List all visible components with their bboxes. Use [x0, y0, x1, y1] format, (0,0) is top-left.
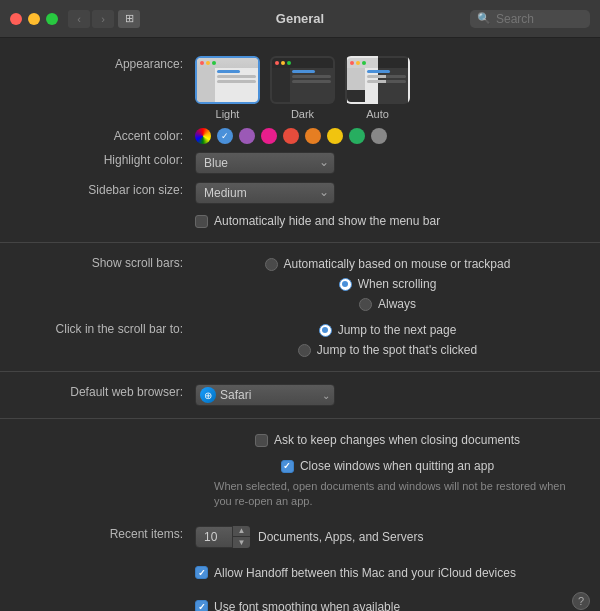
- menu-bar-checkbox-row: Automatically hide and show the menu bar: [195, 212, 440, 230]
- sidebar-icon-size-label: Sidebar icon size:: [0, 182, 195, 197]
- highlight-color-label: Highlight color:: [0, 152, 195, 167]
- accent-multicolor[interactable]: [195, 128, 211, 144]
- handoff-checkbox[interactable]: [195, 566, 208, 579]
- jump-page-label: Jump to the next page: [338, 323, 457, 337]
- titlebar: ‹ › ⊞ General 🔍: [0, 0, 600, 38]
- appearance-dark-label: Dark: [291, 108, 314, 120]
- content-area: Appearance: Light: [0, 38, 600, 611]
- accent-pink[interactable]: [261, 128, 277, 144]
- minimize-button[interactable]: [28, 13, 40, 25]
- accent-yellow[interactable]: [327, 128, 343, 144]
- browser-select-text: Safari: [220, 388, 322, 402]
- click-scroll-label: Click in the scroll bar to:: [0, 321, 195, 336]
- scroll-auto-label: Automatically based on mouse or trackpad: [284, 257, 511, 271]
- close-windows-checkbox[interactable]: [281, 460, 294, 473]
- recent-items-row: Recent items: ▲ ▼ Documents, Apps, and S…: [0, 522, 600, 552]
- forward-button[interactable]: ›: [92, 10, 114, 28]
- maximize-button[interactable]: [46, 13, 58, 25]
- handoff-label: Allow Handoff between this Mac and your …: [214, 566, 516, 580]
- accent-blue[interactable]: [217, 128, 233, 144]
- jump-spot-label: Jump to the spot that's clicked: [317, 343, 477, 357]
- recent-items-down[interactable]: ▼: [233, 537, 250, 548]
- appearance-light-label: Light: [216, 108, 240, 120]
- highlight-color-row: Highlight color: Blue Gold Pink Purple R…: [0, 148, 600, 178]
- jump-page-radio[interactable]: [319, 324, 332, 337]
- scroll-when-radio-row: When scrolling: [339, 275, 437, 293]
- font-smoothing-row: Use font smoothing when available ?: [0, 594, 600, 611]
- accent-purple[interactable]: [239, 128, 255, 144]
- appearance-light-thumb: [195, 56, 260, 104]
- back-button[interactable]: ‹: [68, 10, 90, 28]
- default-browser-select[interactable]: Safari ⌄: [195, 384, 335, 406]
- click-scroll-row: Click in the scroll bar to: Jump to the …: [0, 317, 600, 363]
- appearance-auto-label: Auto: [366, 108, 389, 120]
- search-input[interactable]: [496, 12, 586, 26]
- menu-bar-row: Automatically hide and show the menu bar: [0, 208, 600, 234]
- close-windows-checkbox-row: Close windows when quitting an app: [281, 457, 494, 475]
- default-browser-label: Default web browser:: [0, 384, 195, 399]
- app-grid-button[interactable]: ⊞: [118, 10, 140, 28]
- close-button[interactable]: [10, 13, 22, 25]
- highlight-color-select[interactable]: Blue Gold Pink Purple Red Orange Graphit…: [195, 152, 335, 174]
- traffic-lights: [10, 13, 58, 25]
- scroll-always-radio[interactable]: [359, 298, 372, 311]
- highlight-color-control: Blue Gold Pink Purple Red Orange Graphit…: [195, 152, 580, 174]
- scroll-auto-radio[interactable]: [265, 258, 278, 271]
- default-browser-row: Default web browser: Safari ⌄: [0, 380, 600, 410]
- close-windows-row: Close windows when quitting an app When …: [0, 453, 600, 514]
- accent-color-options: [195, 128, 580, 144]
- scroll-auto-radio-row: Automatically based on mouse or trackpad: [265, 255, 511, 273]
- appearance-dark[interactable]: Dark: [270, 56, 335, 120]
- menu-bar-checkbox-label: Automatically hide and show the menu bar: [214, 214, 440, 228]
- recent-items-suffix: Documents, Apps, and Servers: [258, 530, 423, 544]
- appearance-options: Light Dark: [195, 56, 580, 120]
- appearance-label: Appearance:: [0, 56, 195, 71]
- appearance-dark-thumb: [270, 56, 335, 104]
- appearance-light[interactable]: Light: [195, 56, 260, 120]
- window-title: General: [276, 11, 324, 26]
- safari-icon: [200, 387, 216, 403]
- scroll-when-radio[interactable]: [339, 278, 352, 291]
- scroll-bars-row: Show scroll bars: Automatically based on…: [0, 251, 600, 317]
- jump-spot-radio-row: Jump to the spot that's clicked: [298, 341, 477, 359]
- scroll-always-radio-row: Always: [359, 295, 416, 313]
- close-docs-checkbox-row: Ask to keep changes when closing documen…: [255, 431, 520, 449]
- accent-color-row: Accent color:: [0, 124, 600, 148]
- accent-orange[interactable]: [305, 128, 321, 144]
- font-smoothing-checkbox-row: Use font smoothing when available: [195, 598, 400, 611]
- appearance-auto-thumb: [345, 56, 410, 104]
- accent-color-label: Accent color:: [0, 128, 195, 143]
- scroll-when-label: When scrolling: [358, 277, 437, 291]
- recent-items-up[interactable]: ▲: [233, 526, 250, 538]
- handoff-checkbox-row: Allow Handoff between this Mac and your …: [195, 564, 516, 582]
- appearance-auto[interactable]: Auto: [345, 56, 410, 120]
- scroll-always-label: Always: [378, 297, 416, 311]
- close-windows-note: When selected, open documents and window…: [195, 477, 580, 510]
- divider-2: [0, 371, 600, 372]
- close-docs-checkbox[interactable]: [255, 434, 268, 447]
- menu-bar-checkbox[interactable]: [195, 215, 208, 228]
- chevron-down-icon: ⌄: [322, 390, 330, 401]
- sidebar-icon-size-control: Small Medium Large: [195, 182, 580, 204]
- nav-buttons: ‹ ›: [68, 10, 114, 28]
- handoff-row: Allow Handoff between this Mac and your …: [0, 560, 600, 586]
- search-icon: 🔍: [477, 12, 491, 25]
- sidebar-icon-size-row: Sidebar icon size: Small Medium Large: [0, 178, 600, 208]
- accent-green[interactable]: [349, 128, 365, 144]
- search-box: 🔍: [470, 10, 590, 28]
- accent-red[interactable]: [283, 128, 299, 144]
- jump-spot-radio[interactable]: [298, 344, 311, 357]
- sidebar-icon-size-select[interactable]: Small Medium Large: [195, 182, 335, 204]
- jump-page-radio-row: Jump to the next page: [319, 321, 457, 339]
- recent-items-label: Recent items:: [0, 526, 195, 541]
- recent-items-stepper: ▲ ▼: [195, 526, 250, 548]
- help-button[interactable]: ?: [572, 592, 590, 610]
- font-smoothing-checkbox[interactable]: [195, 600, 208, 611]
- accent-graphite[interactable]: [371, 128, 387, 144]
- divider-1: [0, 242, 600, 243]
- divider-3: [0, 418, 600, 419]
- appearance-row: Appearance: Light: [0, 52, 600, 124]
- font-smoothing-label: Use font smoothing when available: [214, 600, 400, 611]
- scroll-bars-label: Show scroll bars:: [0, 255, 195, 270]
- close-docs-label: Ask to keep changes when closing documen…: [274, 433, 520, 447]
